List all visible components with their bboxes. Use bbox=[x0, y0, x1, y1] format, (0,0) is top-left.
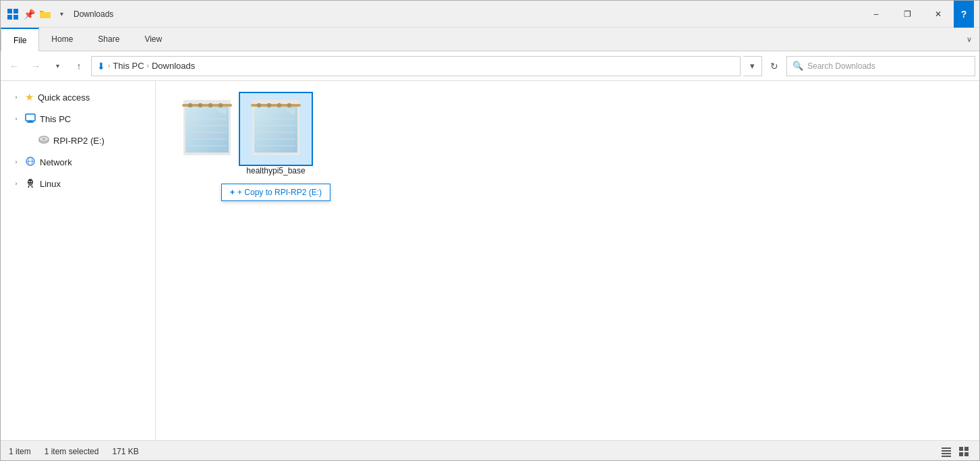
svg-point-34 bbox=[257, 103, 261, 107]
svg-rect-50 bbox=[959, 452, 963, 456]
sidebar-item-this-pc[interactable]: › This PC bbox=[1, 108, 155, 130]
search-input[interactable] bbox=[807, 61, 969, 71]
window-title: Downloads bbox=[74, 9, 861, 19]
svg-line-17 bbox=[32, 186, 32, 188]
tab-view[interactable]: View bbox=[132, 28, 175, 51]
linux-arrow: › bbox=[11, 179, 21, 188]
network-icon bbox=[25, 156, 36, 169]
svg-rect-3 bbox=[13, 15, 18, 20]
svg-point-14 bbox=[29, 181, 30, 182]
downloads-icon: ⬇ bbox=[97, 61, 105, 72]
search-box[interactable]: 🔍 bbox=[786, 56, 975, 76]
content-area: healthypi5_base + + Copy to RPI-RP2 (E:) bbox=[156, 81, 979, 440]
file-grid: healthypi5_base + + Copy to RPI-RP2 (E:) bbox=[167, 92, 969, 175]
close-button[interactable]: ✕ bbox=[923, 1, 954, 28]
svg-rect-47 bbox=[942, 456, 951, 457]
selected-info: 1 item selected bbox=[45, 447, 99, 456]
status-bar: 1 item 1 item selected 171 KB bbox=[1, 440, 979, 461]
copy-tooltip-text: + Copy to RPI-RP2 (E:) bbox=[237, 188, 322, 197]
window-controls: – ❐ ✕ bbox=[861, 1, 954, 28]
sidebar-item-rpi-rp2[interactable]: RPI-RP2 (E:) bbox=[1, 130, 155, 151]
details-view-button[interactable] bbox=[939, 444, 954, 459]
svg-rect-49 bbox=[964, 447, 969, 451]
forward-button[interactable]: → bbox=[26, 57, 45, 76]
sidebar-label-linux: Linux bbox=[40, 179, 61, 189]
item-size: 171 KB bbox=[112, 447, 138, 456]
address-bar: ← → ▾ ↑ ⬇ › This PC › Downloads ▾ ↻ 🔍 bbox=[1, 51, 979, 81]
svg-rect-1 bbox=[13, 9, 18, 13]
dropdown-icon[interactable]: ▾ bbox=[55, 7, 68, 21]
refresh-button[interactable]: ↻ bbox=[765, 57, 784, 76]
file-icon-1 bbox=[170, 92, 244, 166]
tab-share[interactable]: Share bbox=[86, 28, 132, 51]
sidebar-item-network[interactable]: › Network bbox=[1, 151, 155, 173]
sidebar: › ★ Quick access › This PC bbox=[1, 81, 156, 440]
ribbon-expand-button[interactable]: ∨ bbox=[959, 28, 979, 51]
sidebar-item-quick-access[interactable]: › ★ Quick access bbox=[1, 86, 155, 108]
svg-point-37 bbox=[287, 103, 291, 107]
svg-point-23 bbox=[208, 103, 212, 107]
path-downloads[interactable]: Downloads bbox=[152, 61, 195, 71]
svg-point-13 bbox=[28, 179, 33, 186]
folder-icon[interactable] bbox=[38, 7, 52, 21]
sidebar-label-this-pc: This PC bbox=[40, 114, 71, 124]
network-arrow: › bbox=[11, 157, 21, 167]
svg-rect-51 bbox=[964, 452, 969, 456]
sidebar-label-quick-access: Quick access bbox=[38, 92, 90, 103]
svg-point-35 bbox=[267, 103, 271, 107]
view-controls bbox=[939, 444, 971, 459]
this-pc-arrow: › bbox=[11, 114, 21, 124]
address-dropdown-button[interactable]: ▾ bbox=[743, 56, 762, 76]
minimize-button[interactable]: – bbox=[861, 1, 892, 28]
svg-point-36 bbox=[277, 103, 281, 107]
plus-icon: + bbox=[230, 188, 235, 197]
svg-rect-44 bbox=[942, 448, 951, 449]
tab-file[interactable]: File bbox=[1, 28, 39, 51]
window-icon bbox=[6, 7, 20, 21]
svg-rect-2 bbox=[7, 15, 12, 20]
path-separator-2: › bbox=[147, 62, 149, 70]
path-separator-1: › bbox=[108, 62, 110, 70]
drive-icon bbox=[38, 134, 49, 147]
copy-tooltip[interactable]: + + Copy to RPI-RP2 (E:) bbox=[221, 184, 330, 201]
quick-access-toolbar: 📌 ▾ bbox=[22, 7, 68, 21]
help-button[interactable]: ? bbox=[954, 1, 974, 28]
svg-rect-48 bbox=[959, 447, 963, 451]
maximize-button[interactable]: ❐ bbox=[892, 1, 923, 28]
svg-point-21 bbox=[188, 103, 192, 107]
pc-icon bbox=[25, 113, 36, 126]
svg-rect-0 bbox=[7, 9, 12, 13]
sidebar-label-network: Network bbox=[40, 157, 72, 167]
star-icon: ★ bbox=[25, 91, 34, 103]
svg-line-16 bbox=[28, 186, 29, 188]
tab-home[interactable]: Home bbox=[39, 28, 86, 51]
svg-point-24 bbox=[219, 103, 223, 107]
item-count: 1 item bbox=[9, 447, 31, 456]
address-path[interactable]: ⬇ › This PC › Downloads bbox=[91, 56, 741, 76]
rpi-arrow bbox=[25, 136, 34, 145]
svg-rect-46 bbox=[942, 453, 951, 454]
svg-point-15 bbox=[31, 181, 32, 182]
title-bar: 📌 ▾ Downloads – ❐ ✕ ? bbox=[1, 1, 979, 28]
file-icon-2 bbox=[239, 92, 313, 166]
linux-icon bbox=[25, 178, 36, 190]
quick-access-arrow: › bbox=[11, 92, 21, 102]
up-button[interactable]: ↑ bbox=[69, 57, 88, 76]
sidebar-item-linux[interactable]: › Linux bbox=[1, 173, 155, 194]
large-icons-view-button[interactable] bbox=[956, 444, 971, 459]
svg-rect-45 bbox=[942, 450, 951, 452]
path-this-pc[interactable]: This PC bbox=[113, 61, 144, 71]
back-button[interactable]: ← bbox=[5, 57, 24, 76]
svg-point-22 bbox=[198, 103, 202, 107]
svg-point-9 bbox=[42, 138, 45, 140]
svg-rect-4 bbox=[26, 114, 35, 121]
ribbon-tabs: File Home Share View ∨ bbox=[1, 28, 979, 51]
main-area: › ★ Quick access › This PC bbox=[1, 81, 979, 440]
file-label-2: healthypi5_base bbox=[246, 166, 305, 175]
file-item-2[interactable]: healthypi5_base + + Copy to RPI-RP2 (E:) bbox=[235, 92, 316, 175]
sidebar-label-rpi-rp2: RPI-RP2 (E:) bbox=[53, 136, 105, 146]
pin-icon[interactable]: 📌 bbox=[22, 7, 36, 21]
recent-locations-button[interactable]: ▾ bbox=[48, 57, 67, 76]
search-icon: 🔍 bbox=[792, 61, 803, 71]
